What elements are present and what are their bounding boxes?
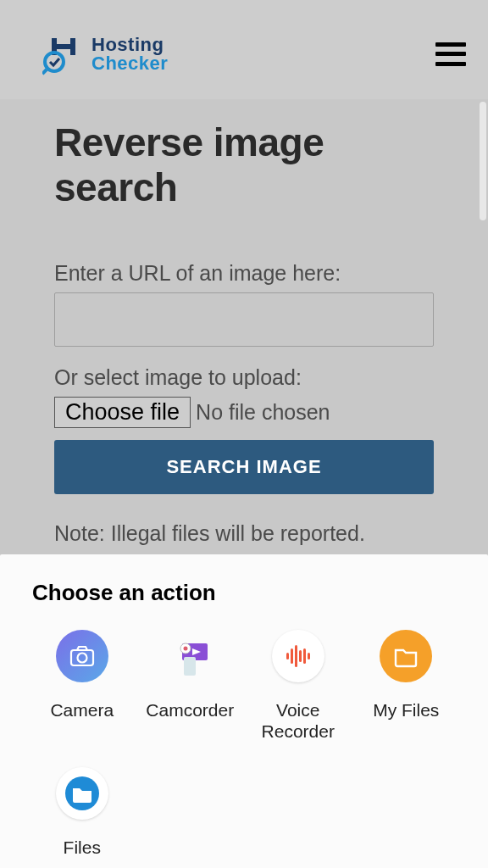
hamburger-menu-icon[interactable] [435, 42, 466, 66]
svg-rect-9 [291, 648, 293, 664]
action-label: Voice Recorder [248, 699, 348, 742]
action-label: Files [64, 837, 101, 858]
logo[interactable]: Hosting Checker [42, 33, 168, 75]
url-label: Enter a URL of an image here: [54, 261, 434, 286]
logo-icon [42, 33, 85, 75]
svg-rect-13 [308, 653, 310, 659]
main-content: Reverse image search Enter a URL of an i… [0, 99, 488, 618]
action-grid: Camera Camcorder [32, 630, 456, 859]
svg-point-7 [184, 647, 188, 651]
note-illegal: Note: Illegal files will be reported. [54, 518, 434, 550]
action-label: My Files [373, 699, 439, 721]
action-files[interactable]: Files [32, 767, 132, 858]
svg-rect-12 [303, 648, 306, 664]
url-input[interactable] [54, 292, 434, 347]
file-status: No file chosen [196, 400, 330, 425]
svg-rect-10 [295, 645, 297, 667]
logo-line1: Hosting [92, 36, 168, 54]
action-camera[interactable]: Camera [32, 630, 132, 742]
files-icon [56, 767, 108, 820]
camcorder-icon [164, 630, 216, 682]
logo-text: Hosting Checker [92, 36, 168, 73]
file-row: Choose file No file chosen [54, 397, 434, 428]
action-camcorder[interactable]: Camcorder [141, 630, 241, 742]
action-my-files[interactable]: My Files [357, 630, 457, 742]
logo-line2: Checker [92, 54, 168, 73]
voice-recorder-icon [272, 630, 324, 682]
action-sheet: Choose an action Camera Camcorder [0, 554, 488, 868]
choose-file-button[interactable]: Choose file [54, 397, 191, 428]
action-voice-recorder[interactable]: Voice Recorder [248, 630, 348, 742]
page-title: Reverse image search [54, 120, 434, 210]
my-files-icon [380, 630, 432, 682]
svg-rect-11 [299, 650, 302, 662]
svg-rect-8 [286, 653, 289, 659]
svg-rect-5 [184, 657, 196, 676]
action-label: Camcorder [146, 699, 234, 721]
scrollbar[interactable] [480, 102, 486, 220]
svg-point-2 [77, 654, 86, 663]
action-label: Camera [50, 699, 114, 721]
camera-icon [56, 630, 108, 682]
sheet-title: Choose an action [32, 580, 456, 606]
svg-point-0 [45, 53, 64, 71]
search-image-button[interactable]: SEARCH IMAGE [54, 440, 434, 494]
header: Hosting Checker [0, 0, 488, 99]
upload-label: Or select image to upload: [54, 365, 434, 390]
